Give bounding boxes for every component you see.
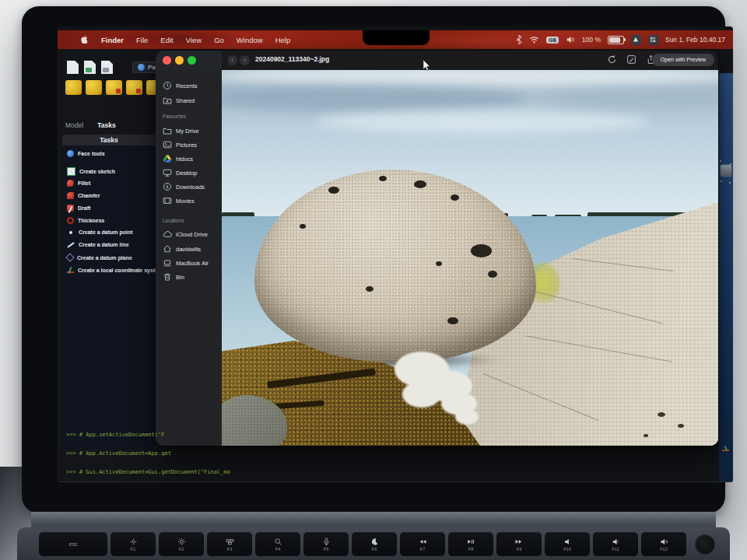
sidebar-section-favourites: Favourites [163, 114, 186, 119]
window-title-bar: ‹ › 20240902_113340~2.jpg Open with Prev… [156, 51, 718, 70]
sidebar-item-movies[interactable]: Movies [163, 196, 195, 205]
menu-edit[interactable]: Edit [160, 36, 173, 44]
touch-id-power-button[interactable] [689, 532, 721, 556]
datum-line-icon [67, 242, 74, 247]
open-with-preview-button[interactable]: Open with Preview [652, 54, 714, 66]
macbook-screen: Finder File Edit View Go Window Help GB … [58, 26, 733, 482]
rotate-icon[interactable] [607, 54, 618, 65]
brightness-up-icon [177, 537, 186, 546]
tab-model[interactable]: Model [65, 121, 83, 129]
task-fillet[interactable]: Fillet [67, 180, 90, 187]
task-draft[interactable]: Draft [67, 205, 90, 212]
sidebar-item-htdocs[interactable]: htdocs [163, 154, 193, 163]
datum-point-icon [69, 231, 72, 234]
console-line: >>> # Gui.ActiveDocument=Gui.getDocument… [66, 469, 371, 475]
menubar-app-icon-shield[interactable] [631, 35, 641, 45]
input-source-badge[interactable]: GB [546, 37, 559, 44]
wifi-icon[interactable] [529, 36, 539, 44]
brightness-down-icon [129, 537, 138, 546]
task-local-cs[interactable]: Create a local coordinate syste [67, 267, 158, 274]
laptop-hinge [31, 512, 716, 529]
finder-sidebar: Recents Shared Favourites My Drive Pictu… [156, 70, 222, 446]
sidebar-item-macbook-air[interactable]: MacBook Air [163, 258, 209, 268]
task-thickness[interactable]: Thickness [67, 217, 104, 224]
sidebar-item-icloud[interactable]: iCloud Drive [163, 229, 208, 239]
tab-tasks[interactable]: Tasks [97, 121, 115, 129]
menu-go[interactable]: Go [214, 36, 224, 44]
nav-forward-button[interactable]: › [240, 55, 250, 65]
window-title: 20240902_113340~2.jpg [255, 55, 329, 63]
key-f9[interactable]: F9 [496, 532, 542, 556]
photo-foam [387, 344, 488, 428]
close-button[interactable] [163, 56, 171, 65]
key-f10[interactable]: F10 [545, 532, 590, 556]
menu-file[interactable]: File [136, 36, 148, 44]
key-f11[interactable]: F11 [593, 532, 638, 556]
menu-help[interactable]: Help [275, 36, 291, 44]
mission-control-icon [226, 537, 234, 546]
battery-percent: 100 % [582, 36, 601, 44]
revolve-tool-icon[interactable] [86, 80, 102, 95]
key-f3[interactable]: F3 [207, 532, 252, 556]
minimize-button[interactable] [175, 56, 184, 65]
menu-bar-clock[interactable]: Sun 1. Feb 10.40.17 [665, 36, 725, 44]
menu-view[interactable]: View [186, 36, 202, 44]
apple-menu-icon[interactable] [79, 34, 89, 45]
nav-back-button[interactable]: ‹ [227, 55, 237, 65]
moon-icon [370, 537, 379, 546]
volume-icon[interactable] [566, 36, 575, 44]
macbook-laptop: Finder File Edit View Go Window Help GB … [22, 6, 725, 513]
fillet-icon [67, 180, 74, 187]
save-document-icon[interactable] [101, 61, 113, 74]
menu-finder[interactable]: Finder [101, 36, 124, 44]
task-datum-plane[interactable]: Create a datum plane [67, 254, 132, 261]
key-f7[interactable]: F7 [400, 532, 445, 556]
bluetooth-icon[interactable] [516, 35, 522, 44]
task-create-sketch[interactable]: Create sketch [67, 167, 115, 176]
new-document-icon[interactable] [67, 61, 79, 74]
key-f8[interactable]: F8 [448, 532, 493, 556]
face-tools-header[interactable]: Face tools [67, 150, 105, 157]
key-f6[interactable]: F6 [352, 532, 397, 556]
menubar-app-icon-grid[interactable] [648, 35, 658, 45]
open-document-icon[interactable] [84, 61, 96, 74]
sidebar-item-desktop[interactable]: Desktop [163, 168, 198, 177]
camera-notch [363, 30, 430, 45]
sidebar-section-locations: Locations [163, 218, 184, 223]
sidebar-item-recents[interactable]: Recents [163, 81, 198, 90]
task-chamfer[interactable]: Chamfer [67, 192, 100, 199]
thickness-icon [67, 217, 74, 224]
task-datum-point[interactable]: Create a datum point [67, 229, 133, 235]
photo-preview [222, 70, 718, 446]
mouse-cursor [423, 59, 431, 71]
navigation-cube[interactable] [721, 165, 731, 177]
axis-indicator-icon [722, 445, 730, 453]
menu-window[interactable]: Window [237, 36, 263, 44]
key-f5[interactable]: F5 [303, 532, 349, 556]
sidebar-item-shared[interactable]: Shared [163, 96, 195, 105]
markup-icon[interactable] [626, 54, 637, 65]
sidebar-item-my-drive[interactable]: My Drive [163, 126, 199, 135]
battery-icon[interactable] [608, 36, 624, 44]
key-f12[interactable]: F12 [641, 532, 686, 556]
console-line: >>> # App.ActiveDocument=App.get [66, 450, 371, 457]
zoom-button[interactable] [188, 56, 196, 65]
tasks-panel-header: Tasks [62, 135, 156, 145]
pad-tool-icon[interactable] [65, 80, 82, 95]
finder-preview-window: ‹ › 20240902_113340~2.jpg Open with Prev… [156, 51, 718, 446]
volume-down-icon [612, 537, 620, 546]
pocket-tool-icon[interactable] [106, 80, 122, 95]
key-f2[interactable]: F2 [159, 532, 204, 556]
tasks-panel: Face tools Create sketch Fillet Chamfer … [62, 145, 156, 449]
key-esc[interactable]: esc [39, 532, 107, 556]
groove-tool-icon[interactable] [126, 80, 142, 95]
sketch-icon [67, 167, 75, 176]
sidebar-item-pictures[interactable]: Pictures [163, 140, 197, 149]
draft-icon [67, 205, 74, 212]
sidebar-item-downloads[interactable]: Downloads [163, 182, 205, 191]
sidebar-item-home[interactable]: davidwills [163, 244, 201, 254]
task-datum-line[interactable]: Create a datum line [67, 242, 129, 247]
sidebar-item-bin[interactable]: Bin [163, 272, 184, 282]
key-f4[interactable]: F4 [255, 532, 300, 556]
key-f1[interactable]: F1 [110, 532, 156, 556]
